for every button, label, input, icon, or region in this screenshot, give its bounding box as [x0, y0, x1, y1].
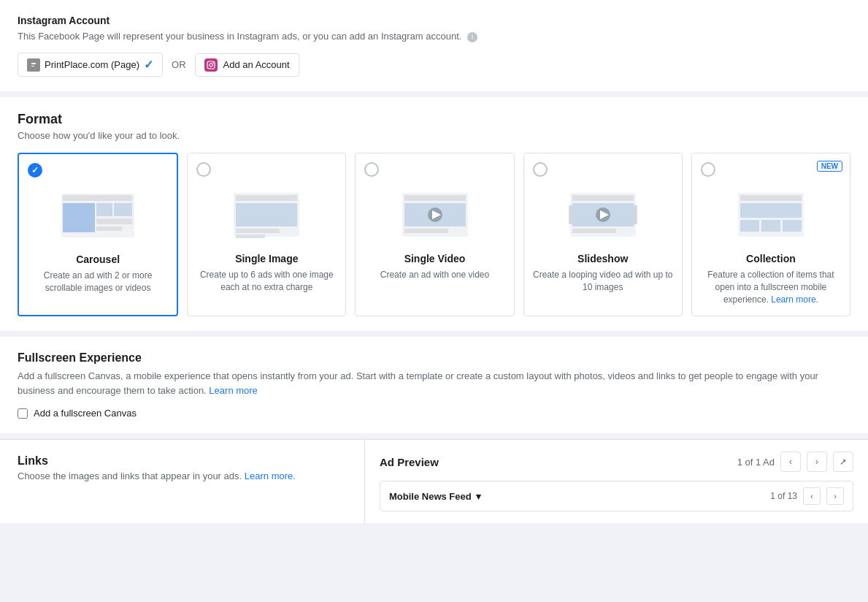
fullscreen-title: Fullscreen Experience [18, 351, 850, 365]
radio-single-image [196, 162, 211, 177]
format-section: Format Choose how you'd like your ad to … [0, 97, 868, 331]
single-image-preview [196, 186, 337, 244]
bottom-row: Links Choose the images and links that a… [0, 439, 868, 523]
collection-preview [701, 186, 841, 244]
svg-rect-17 [236, 235, 265, 238]
feed-label: Mobile News Feed [389, 491, 472, 502]
ad-preview-nav: 1 of 1 Ad ‹ › ➚ [737, 452, 853, 472]
collection-title: Collection [701, 253, 841, 264]
svg-rect-12 [96, 226, 122, 231]
svg-rect-10 [114, 203, 132, 216]
radio-collection [701, 162, 715, 177]
instagram-icon [204, 58, 218, 72]
links-section: Links Choose the images and links that a… [0, 439, 365, 523]
svg-rect-14 [236, 195, 297, 201]
slideshow-desc: Create a looping video ad with up to 10 … [533, 269, 673, 294]
slideshow-title: Slideshow [533, 253, 673, 264]
links-desc: Choose the images and links that appear … [18, 470, 347, 481]
svg-rect-37 [783, 220, 802, 232]
svg-rect-8 [63, 203, 95, 232]
carousel-desc: Create an ad with 2 or more scrollable i… [28, 270, 168, 294]
single-image-title: Single Image [196, 253, 337, 264]
ad-next-button[interactable]: › [807, 452, 827, 472]
single-image-desc: Create up to 6 ads with one image each a… [196, 269, 337, 294]
svg-rect-30 [569, 205, 572, 224]
links-learn-more-link[interactable]: Learn more. [245, 470, 296, 481]
slideshow-preview [533, 186, 673, 244]
carousel-preview [28, 186, 168, 245]
radio-carousel [28, 163, 42, 178]
svg-rect-9 [96, 203, 112, 216]
instagram-section-title: Instagram Account [18, 15, 850, 26]
carousel-title: Carousel [28, 254, 168, 265]
feed-selector-left: Mobile News Feed ▾ [389, 491, 481, 502]
collection-learn-more-link[interactable]: Learn more. [771, 294, 818, 305]
svg-rect-23 [404, 229, 448, 233]
svg-point-5 [212, 62, 214, 64]
page-name: PrintPlace.com (Page) [45, 59, 139, 70]
add-account-label: Add an Account [223, 59, 290, 70]
svg-rect-15 [236, 203, 297, 226]
svg-rect-11 [96, 218, 132, 224]
single-video-preview [364, 186, 504, 244]
single-video-title: Single Video [364, 253, 504, 264]
instagram-section: Instagram Account This Facebook Page wil… [0, 0, 868, 91]
info-icon[interactable]: i [467, 32, 477, 42]
svg-rect-16 [236, 229, 280, 233]
add-account-button[interactable]: Add an Account [195, 53, 299, 77]
canvas-checkbox[interactable] [18, 408, 28, 419]
canvas-checkbox-label: Add a fullscreen Canvas [34, 408, 137, 419]
single-video-desc: Create an ad with one video [364, 269, 504, 281]
format-card-collection[interactable]: NEW Collection Feature a collection of i… [691, 153, 850, 316]
ad-preview-header: Ad Preview 1 of 1 Ad ‹ › ➚ [380, 452, 853, 472]
fullscreen-section: Fullscreen Experience Add a fullscreen C… [0, 337, 868, 433]
canvas-checkbox-row: Add a fullscreen Canvas [18, 408, 850, 419]
svg-rect-0 [30, 61, 37, 69]
feed-next-button[interactable]: › [826, 487, 844, 505]
svg-rect-19 [404, 195, 466, 201]
svg-rect-2 [31, 66, 34, 66]
svg-rect-34 [740, 203, 802, 218]
radio-single-video [364, 162, 379, 177]
ad-prev-button[interactable]: ‹ [780, 452, 801, 472]
ad-preview-section: Ad Preview 1 of 1 Ad ‹ › ➚ Mobile News F… [365, 439, 868, 523]
svg-rect-31 [634, 205, 637, 224]
feed-prev-button[interactable]: ‹ [803, 487, 821, 505]
fullscreen-desc: Add a fullscreen Canvas, a mobile experi… [18, 369, 850, 397]
collection-desc: Feature a collection of items that open … [701, 269, 841, 305]
external-link-button[interactable]: ➚ [833, 452, 853, 472]
feed-count: 1 of 13 [770, 491, 797, 501]
feed-selector: Mobile News Feed ▾ 1 of 13 ‹ › [380, 481, 853, 511]
svg-rect-36 [761, 220, 780, 232]
page-icon [27, 58, 40, 72]
feed-dropdown-icon: ▾ [476, 491, 481, 502]
format-desc: Choose how you'd like your ad to look. [18, 130, 850, 141]
svg-point-4 [209, 63, 212, 66]
instagram-section-desc: This Facebook Page will represent your b… [18, 31, 850, 42]
svg-rect-33 [740, 195, 802, 201]
format-title: Format [18, 112, 850, 127]
format-cards: Carousel Create an ad with 2 or more scr… [18, 153, 850, 316]
radio-slideshow [533, 162, 548, 177]
feed-selector-right: 1 of 13 ‹ › [770, 487, 844, 505]
new-badge: NEW [817, 161, 842, 172]
ad-preview-title: Ad Preview [380, 456, 439, 468]
svg-rect-7 [63, 195, 132, 201]
ad-preview-count: 1 of 1 Ad [737, 457, 775, 468]
page-button[interactable]: PrintPlace.com (Page) ✓ [18, 53, 163, 77]
format-card-slideshow[interactable]: Slideshow Create a looping video ad with… [523, 153, 683, 316]
format-card-single-video[interactable]: Single Video Create an ad with one video [355, 153, 514, 316]
or-label: OR [172, 59, 186, 70]
svg-rect-1 [31, 63, 36, 64]
format-card-single-image[interactable]: Single Image Create up to 6 ads with one… [187, 153, 346, 316]
svg-rect-25 [572, 195, 634, 201]
svg-rect-35 [740, 220, 759, 232]
account-row: PrintPlace.com (Page) ✓ OR Add an Accoun… [18, 53, 850, 77]
links-title: Links [18, 454, 347, 468]
svg-rect-29 [572, 229, 616, 233]
fullscreen-learn-more-link[interactable]: Learn more [209, 385, 257, 396]
check-icon: ✓ [144, 58, 153, 72]
format-card-carousel[interactable]: Carousel Create an ad with 2 or more scr… [18, 153, 178, 316]
